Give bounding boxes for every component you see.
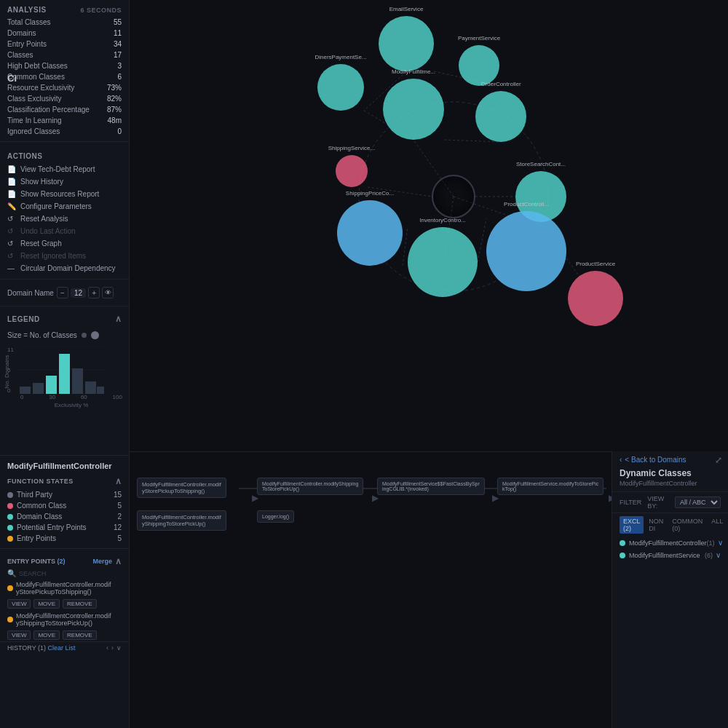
bottom-left-title: ModifyFulfillmentController bbox=[0, 456, 129, 473]
merge-button[interactable]: Merge bbox=[92, 558, 112, 565]
chart-x-30: 30 bbox=[49, 394, 55, 400]
tab-all[interactable]: ALL bbox=[708, 516, 727, 534]
entry-points-header: ENTRY POINTS (2) Merge ∧ bbox=[0, 553, 129, 568]
back-to-domains-link[interactable]: ‹ < Back to Domains bbox=[612, 451, 694, 468]
node-productservice[interactable]: ProductService bbox=[568, 271, 623, 326]
action-item-show-history[interactable]: 📄Show History bbox=[0, 175, 129, 188]
node-inventory[interactable]: InventoryContro... bbox=[408, 227, 478, 297]
ep2-actions: VIEW MOVE REMOVE bbox=[0, 629, 129, 641]
func-dot bbox=[7, 536, 13, 542]
ep1-move-button[interactable]: MOVE bbox=[33, 599, 60, 609]
ep2-view-button[interactable]: VIEW bbox=[7, 630, 31, 640]
stat-row: Common Classes6 bbox=[0, 71, 129, 82]
node-email[interactable]: EmailService bbox=[379, 16, 434, 71]
class-item-1: ModifyFulfillmentController (1) ∨ bbox=[612, 537, 728, 549]
view-by-select[interactable]: All / ABC bbox=[675, 496, 721, 508]
entry-point-1: ModifyFulfillmentController.modifyStoreP… bbox=[0, 579, 129, 598]
analysis-badge: 6 SECONDS bbox=[80, 7, 122, 14]
func-states-header: FUNCTION STATES ∧ bbox=[0, 473, 129, 489]
ep1-actions: VIEW MOVE REMOVE bbox=[0, 598, 129, 610]
ci-badge: Ci bbox=[7, 73, 17, 84]
flow-node-ep1: ModifyFulfillmentController.modifyStoreP… bbox=[137, 478, 226, 498]
action-item-configure-parameters[interactable]: ✏️Configure Parameters bbox=[0, 200, 129, 213]
action-item-circular-domain-dependency[interactable]: —Circular Domain Dependency bbox=[0, 262, 129, 274]
node-order[interactable]: OrderController bbox=[475, 91, 526, 142]
action-item-reset-graph[interactable]: ↺Reset Graph bbox=[0, 237, 129, 250]
func-states-collapse[interactable]: ∧ bbox=[115, 476, 122, 486]
stat-row: Classes17 bbox=[0, 50, 129, 60]
domain-eye-button[interactable]: 👁 bbox=[102, 287, 114, 298]
action-item-view-tech-debt-report[interactable]: 📄View Tech-Debt Report bbox=[0, 163, 129, 175]
domain-minus-button[interactable]: − bbox=[57, 287, 68, 298]
node-shipping[interactable]: ShippingService... bbox=[336, 155, 368, 187]
svg-rect-8 bbox=[85, 381, 96, 394]
exclusivity-chart bbox=[18, 347, 106, 394]
domain-count: 12 bbox=[71, 288, 86, 298]
tab-row: EXCL (2) NON DI COMMON (0) ALL bbox=[612, 513, 728, 537]
tab-common[interactable]: COMMON (0) bbox=[668, 516, 706, 534]
history-expand[interactable]: ∨ bbox=[116, 644, 122, 652]
svg-rect-6 bbox=[59, 354, 70, 394]
svg-rect-7 bbox=[72, 368, 83, 394]
func-dot bbox=[7, 492, 13, 498]
divider-2 bbox=[0, 279, 129, 280]
node-product[interactable]: ProductControll... bbox=[486, 211, 566, 291]
func-row-entry-points: Entry Points 5 bbox=[0, 533, 129, 544]
class2-count: (6) bbox=[705, 552, 713, 559]
class1-expand[interactable]: ∨ bbox=[718, 539, 723, 547]
clear-list-button[interactable]: Clear List bbox=[48, 644, 76, 652]
node-diners[interactable]: DinersPaymentSe... bbox=[317, 64, 364, 111]
stat-row: Domains11 bbox=[0, 28, 129, 39]
right-panel-subtitle: ModifyFulfillmentController bbox=[612, 480, 728, 491]
flow-node-fn3: ModifyFulfillmentService$$FastClassBySpr… bbox=[377, 478, 485, 495]
legend-size-label: Size = No. of Classes bbox=[7, 331, 77, 339]
svg-rect-9 bbox=[97, 387, 104, 394]
ep1-view-button[interactable]: VIEW bbox=[7, 599, 31, 609]
filter-label: FILTER bbox=[620, 499, 641, 506]
chart-x-0: 0 bbox=[20, 394, 23, 400]
svg-line-17 bbox=[403, 227, 408, 266]
class1-count: (1) bbox=[707, 539, 715, 547]
node-shippingprice[interactable]: ShippingPriceCo... bbox=[337, 200, 403, 266]
action-item-show-resources-report[interactable]: 📄Show Resources Report bbox=[0, 188, 129, 200]
view-by-label: VIEW BY: bbox=[647, 495, 672, 510]
class2-expand[interactable]: ∨ bbox=[716, 551, 721, 559]
chart-y-11: 11 bbox=[7, 347, 14, 353]
action-item-reset-analysis[interactable]: ↺Reset Analysis bbox=[0, 213, 129, 225]
history-next[interactable]: › bbox=[111, 644, 114, 652]
search-icon: 🔍 bbox=[7, 569, 16, 577]
class2-dot bbox=[620, 553, 625, 558]
ep2-remove-button[interactable]: REMOVE bbox=[63, 630, 97, 640]
legend-collapse-icon[interactable]: ∧ bbox=[115, 314, 122, 324]
legend-circle-large bbox=[91, 331, 99, 339]
entry-points-collapse[interactable]: ∧ bbox=[115, 556, 122, 566]
node-center[interactable] bbox=[432, 175, 475, 218]
node-label-shippingprice: ShippingPriceCo... bbox=[346, 190, 394, 197]
svg-rect-3 bbox=[20, 387, 31, 394]
ep1-text: ModifyFulfillmentController.modifyStoreP… bbox=[16, 581, 111, 596]
node-modify[interactable]: ModifyFulfillme... bbox=[383, 79, 444, 140]
stat-row: Entry Points34 bbox=[0, 39, 129, 50]
ep2-move-button[interactable]: MOVE bbox=[33, 630, 60, 640]
tab-nondi[interactable]: NON DI bbox=[645, 516, 667, 534]
expand-panel-icon[interactable]: ⤢ bbox=[709, 452, 728, 468]
chart-x-axis-title: Exclusivity % bbox=[20, 402, 122, 408]
flow-node-fn4: ModifyFulfillmentService.modifyToStorePi… bbox=[497, 478, 604, 495]
history-prev[interactable]: ‹ bbox=[106, 644, 108, 652]
divider-3 bbox=[0, 306, 129, 306]
ep1-remove-button[interactable]: REMOVE bbox=[63, 599, 97, 609]
chart-y-axis-title: No. Domains bbox=[4, 355, 10, 388]
history-row: HISTORY (1) Clear List ‹ › ∨ bbox=[0, 641, 129, 654]
domain-plus-button[interactable]: + bbox=[88, 287, 100, 298]
svg-line-18 bbox=[478, 218, 486, 262]
action-item-reset-ignored-items: ↺Reset Ignored Items bbox=[0, 250, 129, 262]
chart-x-labels: 0 30 60 100 bbox=[20, 394, 122, 400]
tab-excl[interactable]: EXCL (2) bbox=[620, 516, 644, 534]
search-placeholder: SEARCH bbox=[19, 570, 47, 577]
func-states-container: Third Party 15 Common Class 5 Domain Cla… bbox=[0, 489, 129, 544]
stat-row: Total Classes55 bbox=[0, 17, 129, 28]
entry-point-2: ModifyFulfillmentController.modifyShippi… bbox=[0, 610, 129, 629]
node-payment[interactable]: PaymentService bbox=[459, 45, 499, 86]
domain-name-row: Domain Name − 12 + 👁 bbox=[0, 284, 129, 301]
class1-dot bbox=[620, 540, 625, 546]
